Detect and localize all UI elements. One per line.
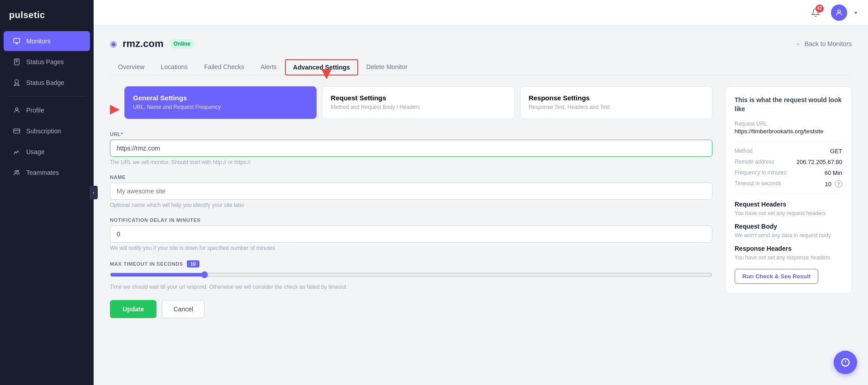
timeout-info-row: Timeout in seconds 10 ? — [735, 180, 842, 188]
timeout-label-row: MAX TIMEOUT IN SECONDS 10 — [110, 260, 712, 268]
request-url-value: https://timberbrookarts.org/testsite — [735, 128, 842, 135]
tab-advanced-settings[interactable]: Advanced Settings — [285, 59, 358, 75]
step-card-general-title: General Settings — [133, 94, 308, 102]
svg-rect-0 — [14, 38, 19, 42]
user-icon — [13, 106, 21, 114]
notification-delay-section: NOTIFICATION DELAY IN MINUTES We will no… — [110, 217, 712, 251]
step-card-response[interactable]: Response Settings Response Text, Headers… — [520, 86, 712, 119]
right-panel: This is what the request would look like… — [725, 86, 852, 293]
tab-locations[interactable]: Locations — [152, 59, 196, 75]
step-card-general[interactable]: General Settings URL, Name and Request F… — [124, 86, 317, 119]
form-buttons: Update Cancel — [110, 300, 712, 318]
request-headers-heading: Request Headers — [735, 201, 842, 208]
svg-rect-4 — [14, 129, 19, 133]
sidebar-label-status-badge: Status Badge — [26, 79, 64, 86]
sidebar-item-monitors[interactable]: Monitors — [4, 31, 90, 51]
sidebar-item-status-pages[interactable]: Status Pages — [4, 52, 90, 72]
notification-badge: 47 — [816, 5, 824, 13]
url-hint: The URL we will monitor. Should start wi… — [110, 159, 712, 165]
badge-icon — [13, 79, 21, 87]
request-headers-text: You have not set any request headers — [735, 210, 842, 217]
method-label: Method — [735, 148, 753, 154]
request-url-row: Request URL https://timberbrookarts.org/… — [735, 121, 842, 135]
response-headers-text: You have not set any response headers — [735, 254, 842, 262]
sidebar-label-status-pages: Status Pages — [26, 58, 64, 66]
svg-rect-1 — [14, 59, 19, 65]
user-avatar[interactable] — [831, 5, 847, 21]
frequency-value: 60 Min — [825, 169, 842, 177]
svg-point-2 — [15, 80, 19, 83]
sidebar-divider — [7, 96, 86, 97]
step-card-general-desc: URL, Name and Request Frequency — [133, 103, 308, 111]
sidebar-item-subscription[interactable]: Subscription — [4, 121, 90, 141]
sidebar-label-subscription: Subscription — [26, 127, 61, 135]
notification-delay-hint: We will notify you if your site is down … — [110, 245, 712, 251]
avatar-icon — [835, 9, 843, 17]
sidebar-item-teammates[interactable]: Teammates — [4, 163, 90, 183]
name-hint: Optional name which will help you identi… — [110, 202, 712, 208]
monitor-icon — [13, 37, 21, 45]
monitor-status-icon: ◉ — [110, 39, 117, 49]
fab-button[interactable] — [834, 351, 857, 374]
right-panel-title: This is what the request would look like — [735, 96, 842, 113]
sidebar-label-teammates: Teammates — [26, 169, 59, 176]
step-cards-wrapper: ▶ General Settings URL, Name and Request… — [110, 86, 712, 131]
sidebar-label-profile: Profile — [26, 107, 44, 114]
timeout-value-badge: 10 — [187, 260, 199, 268]
back-to-monitors-link[interactable]: ← Back to Monitors — [796, 40, 852, 47]
main-content: 47 ▾ ◉ rmz.com Online ← Back to Monitors… — [94, 0, 868, 385]
url-input[interactable] — [110, 140, 712, 157]
right-panel-col: This is what the request would look like… — [725, 86, 852, 318]
sidebar-label-monitors: Monitors — [26, 38, 51, 45]
request-body-heading: Request Body — [735, 223, 842, 230]
step-card-response-title: Response Settings — [529, 94, 704, 102]
chart-icon — [13, 148, 21, 156]
timeout-slider[interactable] — [110, 271, 712, 278]
response-headers-heading: Response Headers — [735, 245, 842, 252]
remote-address-label: Remote address — [735, 159, 774, 165]
step-card-request[interactable]: Request Settings Method and Request Body… — [322, 86, 514, 119]
step-card-request-desc: Method and Request Body / Headers — [331, 103, 506, 111]
step-card-request-title: Request Settings — [331, 94, 506, 102]
back-label: Back to Monitors — [805, 40, 852, 47]
tab-overview[interactable]: Overview — [110, 59, 152, 75]
method-row: Method GET — [735, 148, 842, 155]
remote-address-row: Remote address 206.72.205.67:80 — [735, 159, 842, 166]
notification-delay-input[interactable] — [110, 225, 712, 243]
fab-icon — [840, 357, 850, 367]
timeout-help-icon[interactable]: ? — [835, 180, 842, 188]
name-section: NAME Optional name which will help you i… — [110, 174, 712, 208]
notification-button[interactable]: 47 — [807, 5, 824, 21]
sidebar-item-profile[interactable]: Profile — [4, 100, 90, 120]
divider-1 — [735, 141, 842, 141]
tab-failed-checks[interactable]: Failed Checks — [196, 59, 252, 75]
sidebar-label-usage: Usage — [26, 148, 44, 155]
url-section: URL* The URL we will monitor. Should sta… — [110, 131, 712, 165]
back-arrow-icon: ← — [796, 40, 802, 47]
sidebar-item-usage[interactable]: Usage — [4, 142, 90, 162]
tab-delete-monitor[interactable]: Delete Monitor — [358, 59, 416, 75]
sidebar-item-status-badge[interactable]: Status Badge — [4, 73, 90, 93]
svg-point-6 — [17, 170, 19, 172]
frequency-row: Frequency in minutes 60 Min — [735, 169, 842, 177]
run-check-button[interactable]: Run Check & See Result — [735, 269, 818, 284]
update-button[interactable]: Update — [110, 300, 157, 318]
cancel-button[interactable]: Cancel — [162, 300, 204, 318]
method-value: GET — [830, 148, 842, 155]
sidebar: pulsetic Monitors Status Pages Status Ba… — [0, 0, 94, 385]
page-content: ◉ rmz.com Online ← Back to Monitors Over… — [94, 25, 868, 385]
timeout-section: MAX TIMEOUT IN SECONDS 10 Time we should… — [110, 260, 712, 291]
name-input[interactable] — [110, 183, 712, 200]
monitor-title-row: ◉ rmz.com Online — [110, 38, 195, 50]
request-url-label: Request URL — [735, 121, 842, 127]
name-label: NAME — [110, 174, 712, 180]
request-body-text: We won't send any data in request body — [735, 232, 842, 239]
tabs-bar: Overview Locations Failed Checks Alerts … — [110, 59, 852, 75]
left-column: ▶ General Settings URL, Name and Request… — [110, 86, 712, 318]
topbar-chevron-icon[interactable]: ▾ — [854, 9, 857, 16]
tab-alerts[interactable]: Alerts — [252, 59, 285, 75]
remote-address-value: 206.72.205.67:80 — [797, 159, 842, 166]
sidebar-collapse-button[interactable]: ‹ — [90, 186, 98, 199]
frequency-label: Frequency in minutes — [735, 169, 787, 176]
step-card-response-desc: Response Text, Headers and Test — [529, 103, 704, 111]
